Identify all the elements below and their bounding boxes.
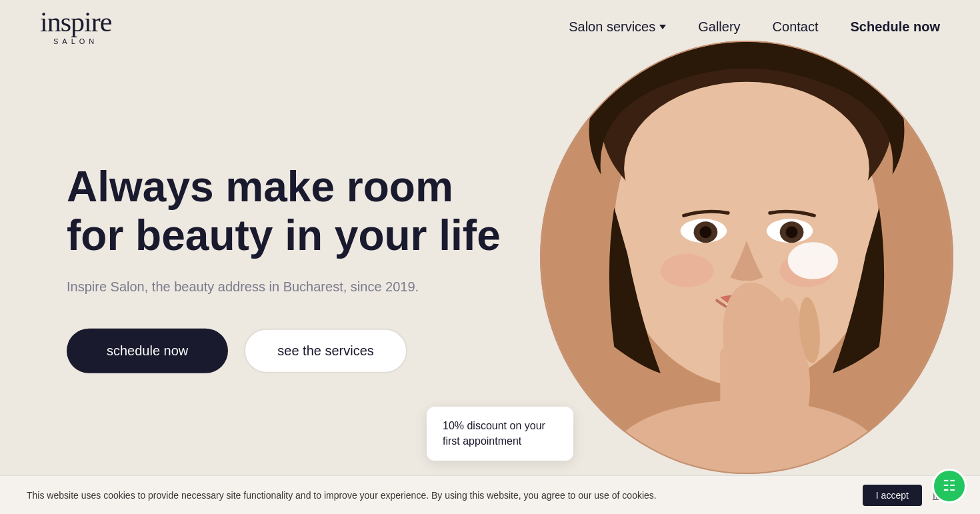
salon-services-label: Salon services	[569, 19, 655, 35]
hero-content: Always make room for beauty in your life…	[67, 162, 520, 373]
nav-schedule-now[interactable]: Schedule now	[851, 19, 940, 35]
chat-icon: ☷	[943, 479, 956, 493]
hero-buttons: schedule now see the services	[67, 328, 520, 373]
logo-sub: SALON	[53, 37, 98, 45]
nav-salon-services[interactable]: Salon services	[569, 19, 666, 35]
svg-point-8	[699, 226, 711, 238]
svg-point-10	[661, 254, 713, 287]
logo[interactable]: inspire SALON	[40, 8, 111, 45]
hero-woman-image	[540, 41, 953, 474]
cookie-banner: This website uses cookies to provide nec…	[0, 475, 980, 514]
hero-subtitle: Inspire Salon, the beauty address in Buc…	[67, 276, 520, 296]
cookie-message: This website uses cookies to provide nec…	[27, 490, 863, 501]
chat-button[interactable]: ☷	[932, 469, 967, 503]
accept-cookies-button[interactable]: I accept	[863, 485, 922, 506]
nav-links: Salon services Gallery Contact Schedule …	[569, 19, 940, 35]
navbar: inspire SALON Salon services Gallery Con…	[0, 0, 980, 53]
nav-contact[interactable]: Contact	[773, 19, 819, 35]
hero-image-area: 10% discount on your first appointment	[500, 0, 980, 514]
discount-badge: 10% discount on your first appointment	[427, 407, 573, 461]
hero-title: Always make room for beauty in your life	[67, 162, 520, 260]
schedule-now-button[interactable]: schedule now	[67, 328, 228, 373]
see-services-button[interactable]: see the services	[244, 328, 407, 373]
svg-point-3	[624, 81, 869, 253]
nav-gallery[interactable]: Gallery	[698, 19, 740, 35]
chevron-down-icon	[659, 25, 666, 29]
discount-text: 10% discount on your first appointment	[443, 420, 545, 446]
hero-section: Always make room for beauty in your life…	[0, 0, 980, 514]
svg-point-9	[786, 226, 798, 238]
logo-brand: inspire	[40, 8, 111, 36]
svg-point-12	[788, 242, 839, 279]
